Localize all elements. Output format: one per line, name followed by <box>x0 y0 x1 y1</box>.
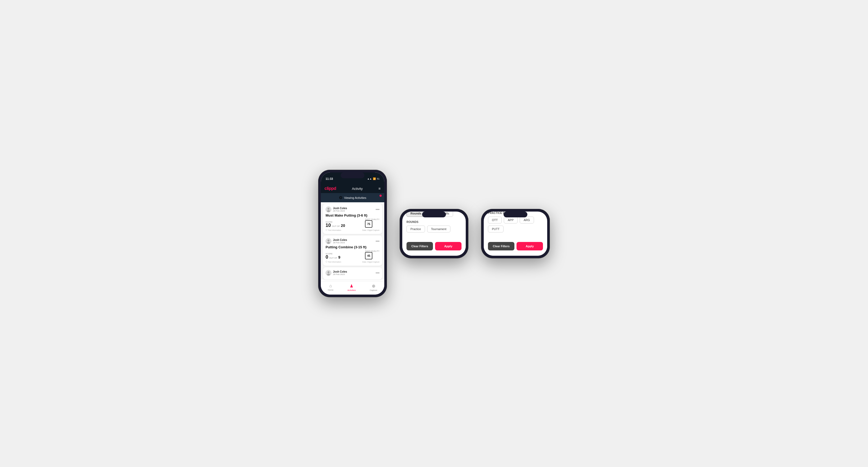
header-title-1: Activity <box>352 187 363 191</box>
menu-icon-1[interactable]: ≡ <box>378 186 380 191</box>
wifi-icon: 📶 <box>373 178 376 180</box>
activity-card-3[interactable]: Josh Coles 28 Feb 2023 ••• <box>323 267 382 280</box>
phone-3: 11:33 ▲▲ 📶 51 clippd Activity ≡ Viewing … <box>481 209 550 258</box>
score-stat-1: Score 10 OUT OF 20 <box>326 221 345 228</box>
score-stat-2: Score 0 OUT OF 9 <box>326 253 340 259</box>
shots-value-1: 20 <box>341 224 345 227</box>
activity-list-1: Josh Coles 28 Feb 2023 ••• Must Make Put… <box>321 204 384 280</box>
dynamic-island <box>341 173 365 178</box>
sq-label-1: Shot Quality <box>365 218 379 220</box>
sq-badge-2: 45 <box>365 252 372 259</box>
more-dots-1[interactable]: ••• <box>376 207 379 212</box>
clear-filters-btn-3[interactable]: Clear Filters <box>488 242 515 250</box>
filter-icon-1: ⚙ <box>339 195 342 200</box>
svg-point-4 <box>328 271 329 273</box>
phone-1: 11:33 ▲▲ 📶 51 clippd Activity ≡ ⚙ Viewin… <box>318 170 387 297</box>
app-btn-3[interactable]: APP <box>504 217 518 223</box>
avatar-1 <box>326 207 331 212</box>
status-time-1: 11:33 <box>326 177 333 180</box>
practice-btn-2[interactable]: Practice <box>406 225 425 232</box>
card-header-3: Josh Coles 28 Feb 2023 ••• <box>326 270 379 276</box>
clear-filters-btn-2[interactable]: Clear Filters <box>406 242 433 250</box>
scene: 11:33 ▲▲ 📶 51 clippd Activity ≡ ⚙ Viewin… <box>302 154 566 313</box>
card-footer-2: ⓘ Test Information Data: Clippd Capture <box>326 260 379 263</box>
user-info-3: Josh Coles 28 Feb 2023 <box>326 270 347 276</box>
stats-row-1: Score 10 OUT OF 20 Shot Quality 75 <box>326 218 379 228</box>
card-header-1: Josh Coles 28 Feb 2023 ••• <box>326 207 379 212</box>
svg-point-5 <box>327 274 330 276</box>
user-name-3: Josh Coles <box>333 270 347 273</box>
stats-row-2: Score 0 OUT OF 9 Shot Quality 45 <box>326 250 379 259</box>
user-name-2: Josh Coles <box>333 239 347 242</box>
avatar-3 <box>326 270 331 276</box>
phone-screen-1: 11:33 ▲▲ 📶 51 clippd Activity ≡ ⚙ Viewin… <box>321 173 384 294</box>
shots-value-2: 9 <box>338 255 340 259</box>
data-source-2: Data: Clippd Capture <box>362 261 379 263</box>
rounds-buttons-2: Practice Tournament <box>406 225 462 232</box>
phone-2: 11:33 ▲▲ 📶 51 clippd Activity ≡ Viewing … <box>400 209 468 258</box>
apply-btn-3[interactable]: Apply <box>517 242 543 250</box>
data-source-1: Data: Clippd Capture <box>362 229 379 231</box>
user-details-3: Josh Coles 28 Feb 2023 <box>333 270 347 276</box>
signal-icon: ▲▲ <box>367 178 372 180</box>
user-name-1: Josh Coles <box>333 207 347 210</box>
activities-icon-1: ♟ <box>350 283 353 288</box>
tournament-btn-2[interactable]: Tournament <box>427 225 451 232</box>
filter-sheet-2: Filter ✕ Show Rounds Practice Drills Rou… <box>402 212 466 256</box>
user-info-2: Josh Coles 28 Feb 2023 <box>326 238 347 244</box>
test-info-1: ⓘ Test Information <box>326 229 341 231</box>
user-details-1: Josh Coles 28 Feb 2023 <box>333 207 347 212</box>
battery-icon: 51 <box>377 178 379 180</box>
svg-point-0 <box>328 208 329 210</box>
out-of-1: OUT OF <box>332 225 340 227</box>
activity-card-1[interactable]: Josh Coles 28 Feb 2023 ••• Must Make Put… <box>323 204 382 234</box>
avatar-2 <box>326 238 331 244</box>
card-title-1: Must Make Putting (3-6 ft) <box>326 213 379 217</box>
putt-btn-3[interactable]: PUTT <box>488 225 503 232</box>
user-info-1: Josh Coles 28 Feb 2023 <box>326 207 347 212</box>
more-dots-2[interactable]: ••• <box>376 239 379 243</box>
home-label-1: Home <box>328 289 333 291</box>
filter-dot-1 <box>379 195 382 197</box>
phone-screen-2: 11:33 ▲▲ 📶 51 clippd Activity ≡ Viewing … <box>402 212 466 256</box>
sq-label-2: Shot Quality <box>365 250 379 252</box>
svg-point-2 <box>328 240 329 242</box>
more-dots-3[interactable]: ••• <box>376 271 379 275</box>
nav-capture-1[interactable]: ⊕ Capture <box>370 283 377 291</box>
user-date-2: 28 Feb 2023 <box>333 242 347 244</box>
score-value-2: 0 <box>326 255 328 259</box>
activity-card-2[interactable]: Josh Coles 28 Feb 2023 ••• Putting Combi… <box>323 236 382 266</box>
test-info-2: ⓘ Test Information <box>326 260 341 263</box>
svg-point-1 <box>327 210 330 212</box>
viewing-bar-label-1: Viewing Activities <box>344 196 366 199</box>
sq-badge-1: 75 <box>365 220 372 228</box>
svg-point-3 <box>327 242 330 244</box>
user-date-1: 28 Feb 2023 <box>333 210 347 212</box>
home-icon-1: ⌂ <box>329 283 332 288</box>
out-of-2: OUT OF <box>329 257 337 259</box>
nav-activities-1[interactable]: ♟ Activities <box>347 283 356 291</box>
logo-1: clippd <box>324 186 336 191</box>
dynamic-island-3 <box>503 212 527 217</box>
viewing-bar-1[interactable]: ⚙ Viewing Activities <box>321 193 384 202</box>
nav-home-1[interactable]: ⌂ Home <box>328 283 333 291</box>
apply-btn-2[interactable]: Apply <box>435 242 462 250</box>
rounds-label-2: Rounds <box>406 221 462 223</box>
shot-quality-2: Shot Quality 45 <box>365 250 379 259</box>
sheet-footer-2: Clear Filters Apply <box>402 239 466 250</box>
arg-btn-3[interactable]: ARG <box>520 217 534 223</box>
filter-sheet-3: Filter ✕ Show Rounds Practice Drills Pra… <box>484 212 547 256</box>
score-value-1: 10 <box>326 223 331 228</box>
ott-btn-3[interactable]: OTT <box>488 217 502 223</box>
capture-label-1: Capture <box>370 289 377 291</box>
user-details-2: Josh Coles 28 Feb 2023 <box>333 239 347 244</box>
card-title-2: Putting Combine (3-15 ft) <box>326 245 379 249</box>
shot-quality-1: Shot Quality 75 <box>365 218 379 228</box>
sheet-footer-3: Clear Filters Apply <box>484 239 547 250</box>
card-header-2: Josh Coles 28 Feb 2023 ••• <box>326 238 379 244</box>
user-date-3: 28 Feb 2023 <box>333 273 347 276</box>
app-header-1: clippd Activity ≡ <box>321 184 384 193</box>
capture-icon-1: ⊕ <box>372 283 375 288</box>
status-icons-1: ▲▲ 📶 51 <box>367 178 379 180</box>
bottom-nav-1: ⌂ Home ♟ Activities ⊕ Capture <box>321 281 384 294</box>
